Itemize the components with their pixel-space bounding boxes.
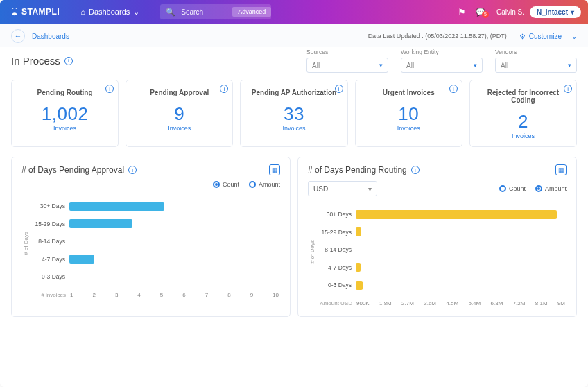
advanced-search-button[interactable]: Advanced [232,7,271,17]
table-toggle-icon[interactable]: ▦ [269,164,280,175]
radio-label: Amount [545,185,567,192]
stat-card-value: 1,002 [17,103,112,125]
search-icon: 🔍 [160,8,181,17]
info-icon[interactable]: i [411,166,420,174]
chevron-down-icon[interactable]: ⌄ [571,33,577,40]
last-updated-text: Data Last Updated : (05/03/2022 11:58:27… [368,33,507,40]
stat-card[interactable]: iPending Approval9Invoices [126,80,233,147]
x-tick: 900K [356,300,370,307]
filter-sources-select[interactable]: All ▾ [306,58,388,73]
chart-category-label: 30+ Days [315,211,352,218]
radio-count[interactable]: Count [499,185,526,192]
back-button[interactable]: ← [11,29,25,43]
chevron-down-icon: ▾ [568,62,571,69]
nav-dashboards[interactable]: ⌂ Dashboards ⌄ [80,8,139,17]
chart-row: 30+ Days [315,207,567,221]
stat-card[interactable]: iRejected for Incorrect Coding2Invoices [469,80,577,147]
breadcrumb[interactable]: Dashboards [32,33,69,40]
chart-category-label: 4-7 Days [315,264,352,271]
chart-bar[interactable] [356,227,361,237]
brand-icon [10,7,19,17]
x-tick: 4.5M [446,300,458,307]
stat-card[interactable]: iPending AP Authorization33Invoices [240,80,347,147]
chart-rows: 30+ Days15-29 Days8-14 Days4-7 Days0-3 D… [29,195,280,292]
chart-row: 0-3 Days [29,270,280,284]
chart-row: 15-29 Days [29,217,280,231]
stat-card-sublabel: Invoices [361,125,456,132]
x-tick: 8.1M [535,300,548,307]
x-tick: 7.2M [513,300,526,307]
svg-point-1 [16,8,17,9]
chevron-down-icon: ▾ [379,62,383,69]
table-toggle-icon[interactable]: ▦ [555,164,567,175]
flag-icon[interactable]: ⚑ [458,7,466,17]
x-tick: 2.7M [401,300,414,307]
chart-category-label: 4-7 Days [29,256,65,263]
stat-card-title: Urgent Invoices [361,89,456,96]
chart-bar[interactable] [356,210,557,219]
home-icon: ⌂ [80,8,85,16]
filter-sources-value: All [312,62,320,69]
chart-bar[interactable] [356,281,363,290]
filter-entity-select[interactable]: All ▾ [401,58,483,73]
chart-y-axis-label: # of Days [308,240,315,264]
chart-mode-radios: CountAmount [21,181,280,188]
chart-category-label: 15-29 Days [315,229,352,236]
x-tick: 1.8M [379,300,392,307]
chart-row: 0-3 Days [315,278,567,292]
info-icon[interactable]: i [64,57,73,65]
brand-logo[interactable]: STAMPLI [10,7,60,17]
info-icon[interactable]: i [335,85,343,93]
chart-category-label: 8-14 Days [29,238,65,245]
filter-entity: Working Entity All ▾ [401,49,483,73]
entity-dropdown[interactable]: N_intacct ▾ [530,6,581,18]
info-icon[interactable]: i [105,85,114,93]
chart-x-axis-label: Amount USD [316,300,352,307]
chart-bar[interactable] [356,263,361,272]
filters: Sources All ▾ Working Entity All ▾ Vendo… [306,49,577,73]
filter-vendors-select[interactable]: All ▾ [495,58,577,73]
chart-mode-radios: USD▾CountAmount [308,181,567,196]
radio-count[interactable]: Count [213,181,239,188]
subheader: ← Dashboards Data Last Updated : (05/03/… [0,24,588,47]
currency-select[interactable]: USD▾ [308,181,377,196]
radio-label: Amount [259,181,280,188]
radio-label: Count [223,181,239,188]
x-tick: 1 [70,292,73,298]
chart-bar[interactable] [69,219,132,228]
nav-dashboards-label: Dashboards [89,8,130,16]
x-tick: 5 [160,292,163,298]
messages-button[interactable]: 💬 5 [476,8,485,17]
user-name[interactable]: Calvin S. [496,8,524,16]
radio-amount[interactable]: Amount [249,181,280,188]
search-input[interactable] [181,8,230,16]
chart-bar[interactable] [69,202,164,211]
chart-y-axis-label: # of Days [21,232,29,255]
info-icon[interactable]: i [449,85,458,93]
stat-card[interactable]: iPending Routing1,002Invoices [11,80,119,147]
radio-amount[interactable]: Amount [535,185,567,192]
chart-x-axis-label: # invoices [30,292,66,298]
chart-bar[interactable] [69,255,94,264]
filter-entity-value: All [406,62,414,69]
customize-label: Customize [529,33,562,40]
info-icon[interactable]: i [564,85,572,93]
info-icon[interactable]: i [220,85,228,93]
stat-card-title: Pending Routing [17,89,112,96]
chart-x-axis: Amount USD900K1.8M2.7M3.6M4.5M5.4M6.3M7.… [308,300,567,307]
chevron-down-icon: ▾ [368,185,372,193]
info-icon[interactable]: i [128,166,137,174]
chart-bar-track [69,219,280,228]
chart-row: 8-14 Days [315,243,567,257]
x-tick: 2 [92,292,95,298]
chart-panel: # of Days Pending Approvali▦CountAmount#… [11,157,291,317]
chart-row: 30+ Days [29,199,280,213]
radio-icon [213,181,220,188]
chart-x-ticks: 900K1.8M2.7M3.6M4.5M5.4M6.3M7.2M8.1M9M [356,300,567,307]
chart-row: 4-7 Days [315,261,567,275]
stat-card-value: 2 [476,111,571,132]
stat-card[interactable]: iUrgent Invoices10Invoices [355,80,462,147]
customize-button[interactable]: ⚙ Customize [519,33,562,40]
title-filter-row: In Process i Sources All ▾ Working Entit… [0,47,588,80]
stat-card-title: Pending AP Authorization [246,89,341,96]
